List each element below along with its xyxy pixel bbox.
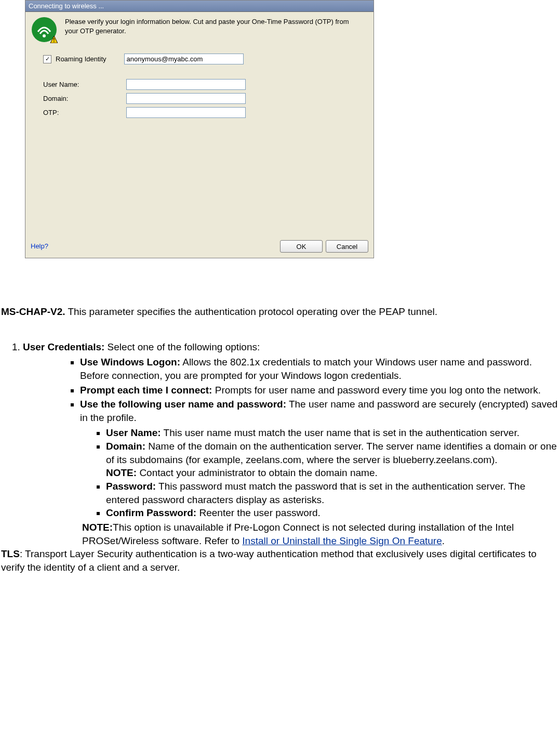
prompt-text: Prompts for user name and password every… [212,385,541,396]
mschap-heading: MS-CHAP-V2. [1,306,65,317]
ok-button[interactable]: OK [280,240,323,253]
tls-heading: TLS [1,548,20,559]
option-use-following: Use the following user name and password… [80,398,559,520]
tls-text: : Transport Layer Security authenticatio… [1,548,537,573]
roaming-identity-label: Roaming Identity [56,55,106,64]
cred-username: User Name: This user name must match the… [106,426,559,440]
usercred-heading: User Credentials: [23,341,104,352]
domain-input[interactable] [126,93,246,104]
note2-text-b: . [442,535,445,546]
roaming-identity-input[interactable] [124,54,244,64]
mschap-paragraph: MS-CHAP-V2. This parameter specifies the… [1,305,559,319]
cred-password: Password: This password must match the p… [106,480,559,506]
help-link[interactable]: Help? [31,242,48,251]
roaming-identity-checkbox[interactable]: ✓ [43,55,51,63]
note-block: NOTE:This option is unavailable if Pre-L… [82,521,559,547]
note2-heading: NOTE: [82,522,113,533]
usercred-text: Select one of the following options: [104,341,260,352]
dialog-title: Connecting to wireless ... [29,2,104,10]
otp-label: OTP: [43,108,126,117]
cred-username-heading: User Name: [106,427,161,438]
otp-input[interactable] [126,107,246,118]
cred-domain-note-heading: NOTE: [106,467,137,478]
cred-username-text: This user name must match the user name … [161,427,519,438]
dialog-body: ! Please verify your login information b… [25,12,374,258]
install-uninstall-link[interactable]: Install or Uninstall the Single Sign On … [242,535,442,546]
documentation-section: MS-CHAP-V2. This parameter specifies the… [0,305,560,574]
list-item-user-credentials: User Credentials: Select one of the foll… [23,340,559,548]
domain-label: Domain: [43,94,126,103]
cancel-button[interactable]: Cancel [326,240,368,253]
connecting-dialog: Connecting to wireless ... ! Please veri… [25,0,374,258]
wireless-warning-icon: ! [31,16,58,43]
cred-domain-note-text: Contact your administrator to obtain the… [137,467,378,478]
cred-confirm-password: Confirm Password: Reenter the user passw… [106,506,559,520]
tls-paragraph: TLS: Transport Layer Security authentica… [1,547,559,574]
cred-domain-heading: Domain: [106,441,145,452]
usefollowing-heading: Use the following user name and password… [80,399,286,410]
cred-confirm-text: Reenter the user password. [196,507,321,518]
username-input[interactable] [126,79,246,90]
svg-text:!: ! [53,37,55,43]
cred-password-text: This password must match the password th… [106,481,525,505]
option-windows-logon: Use Windows Logon: Allows the 802.1x cre… [80,356,559,382]
option-prompt-each-time: Prompt each time I connect: Prompts for … [80,384,559,397]
username-label: User Name: [43,80,126,89]
win-logon-heading: Use Windows Logon: [80,357,180,367]
prompt-heading: Prompt each time I connect: [80,385,212,396]
dialog-titlebar: Connecting to wireless ... [25,1,374,12]
dialog-instruction: Please verify your login information bel… [65,16,368,35]
numbered-list: User Credentials: Select one of the foll… [1,340,559,548]
cred-confirm-heading: Confirm Password: [106,507,196,518]
options-list: Use Windows Logon: Allows the 802.1x cre… [23,356,559,520]
mschap-text: This parameter specifies the authenticat… [65,306,437,317]
cred-domain-text-a: Name of the domain on the authentication… [106,441,557,465]
svg-point-1 [43,34,46,37]
cred-password-heading: Password: [106,481,156,492]
credential-fields-list: User Name: This user name must match the… [80,426,559,519]
cred-domain: Domain: Name of the domain on the authen… [106,440,559,480]
